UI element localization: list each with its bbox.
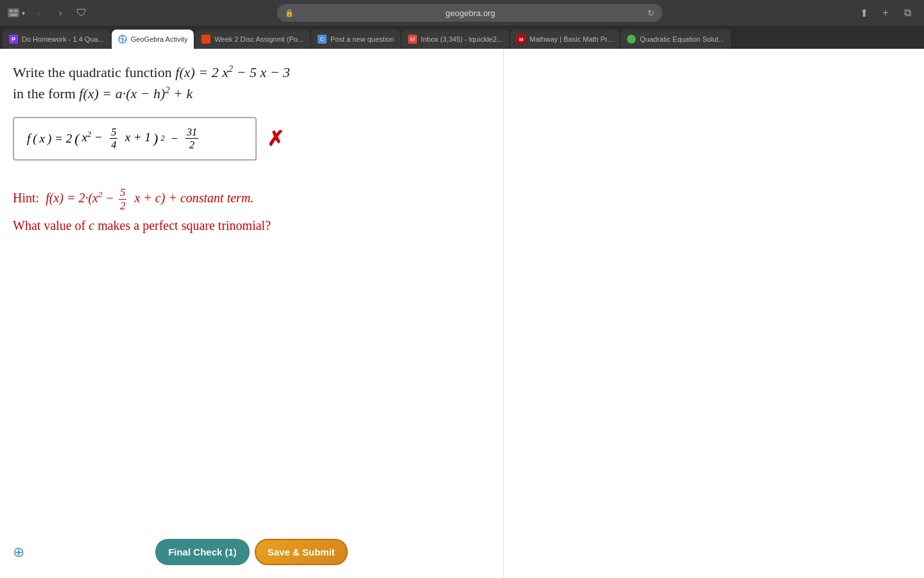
tab-label-6: Mathway | Basic Math Pr... (529, 35, 613, 43)
tab-label-2: GeoGebra Activity (131, 35, 188, 43)
problem-line2: in the form f(x) = a·(x − h)2 + k (13, 85, 193, 101)
svg-rect-2 (10, 13, 17, 16)
url-text: geogebra.org (298, 8, 644, 18)
tab-favicon-5: M (408, 35, 417, 44)
tab-favicon-2 (118, 35, 127, 44)
lock-icon: 🔒 (285, 9, 294, 17)
tab-label-1: Do Homework - 1.4 Qua... (22, 35, 104, 43)
tab-bar: P Do Homework - 1.4 Qua... GeoGebra Acti… (0, 26, 924, 49)
refresh-button[interactable]: ↻ (647, 8, 654, 18)
browser-chrome: ▾ ‹ › 🛡 🔒 geogebra.org ↻ ⬆ + ⧉ (0, 0, 924, 26)
tab-label-3: Week 2 Disc Assignmt (Po... (214, 35, 304, 43)
geogebra-panel: Write the quadratic function f(x) = 2 x2… (0, 49, 504, 578)
problem-line1: Write the quadratic function f(x) = 2 x2… (13, 64, 290, 80)
tab-label-4: Post a new question (330, 35, 394, 43)
tab-post-question[interactable]: C Post a new question (311, 30, 400, 49)
chevron-down-icon: ▾ (22, 10, 25, 17)
tab-favicon-4: C (318, 35, 327, 44)
shield-icon: 🛡 (76, 7, 87, 19)
back-button[interactable]: ‹ (30, 4, 47, 21)
wrong-icon: ✗ (267, 127, 284, 151)
answer-box[interactable]: f(x) = 2 ( x2 − 54 x + 1 )2 − 312 (13, 117, 257, 161)
svg-rect-1 (14, 10, 17, 12)
main-content: Write the quadratic function f(x) = 2 x2… (0, 49, 924, 578)
hint-text-line1: Hint: f(x) = 2·(x2 − 52 x + c) + constan… (13, 186, 490, 213)
bottom-toolbar: ⊕ Final Check (1) Save & Submit (0, 539, 503, 565)
answer-expression: f(x) = 2 ( x2 − 54 x + 1 )2 − 312 (27, 126, 200, 152)
hint-section: Hint: f(x) = 2·(x2 − 52 x + c) + constan… (13, 186, 490, 233)
tab-week2[interactable]: Week 2 Disc Assignmt (Po... (195, 30, 310, 49)
sidebar-button[interactable]: ⧉ (898, 4, 916, 22)
tab-quadratic[interactable]: Quadratic Equation Solut... (620, 30, 730, 49)
save-submit-button[interactable]: Save & Submit (255, 539, 348, 565)
window-controls: ▾ (8, 8, 25, 17)
toolbar-buttons: Final Check (1) Save & Submit (155, 539, 348, 565)
move-icon: ⊕ (13, 544, 24, 561)
right-panel (504, 49, 924, 578)
tab-label-5: Inbox (3,345) - tquickle2... (421, 35, 502, 43)
tab-do-homework[interactable]: P Do Homework - 1.4 Qua... (3, 30, 110, 49)
tab-geogebra[interactable]: GeoGebra Activity (112, 30, 194, 49)
address-bar[interactable]: 🔒 geogebra.org ↻ (277, 4, 662, 22)
new-tab-button[interactable]: + (877, 4, 894, 22)
problem-area: Write the quadratic function f(x) = 2 x2… (13, 62, 490, 565)
share-button[interactable]: ⬆ (855, 4, 873, 22)
browser-actions: ⬆ + ⧉ (855, 4, 916, 22)
window-icon (8, 8, 19, 17)
problem-statement: Write the quadratic function f(x) = 2 x2… (13, 62, 490, 104)
tab-favicon-3 (201, 35, 210, 44)
tab-favicon-6: M (517, 35, 526, 44)
tab-favicon-7 (627, 35, 636, 44)
final-check-button[interactable]: Final Check (1) (155, 539, 250, 565)
tab-favicon-1: P (9, 35, 18, 44)
hint-text-line2: What value of c makes a perfect square t… (13, 218, 490, 233)
svg-rect-0 (10, 10, 13, 12)
tab-inbox[interactable]: M Inbox (3,345) - tquickle2... (402, 30, 509, 49)
answer-box-container: f(x) = 2 ( x2 − 54 x + 1 )2 − 312 ✗ (13, 117, 490, 161)
tab-label-7: Quadratic Equation Solut... (640, 35, 724, 43)
tab-mathway[interactable]: M Mathway | Basic Math Pr... (510, 30, 619, 49)
forward-button[interactable]: › (52, 4, 69, 21)
